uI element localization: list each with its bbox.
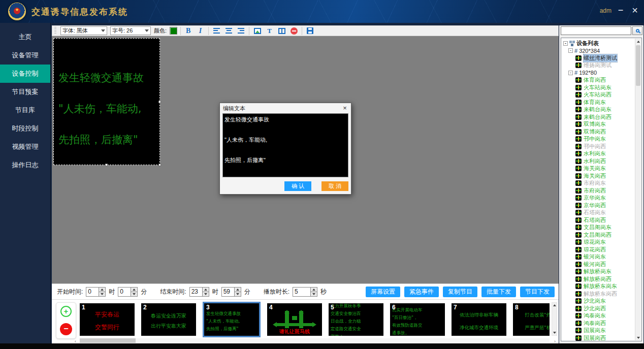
scroll-up-icon[interactable] — [635, 39, 641, 44]
device-node[interactable]: 文昌阁岗西 — [563, 231, 641, 239]
font-family-select[interactable]: 字体: 黑体 — [60, 26, 107, 35]
start-hour-stepper[interactable]: 0 — [86, 287, 106, 297]
device-node[interactable]: 沙北岗东 — [563, 298, 641, 305]
device-node[interactable]: 海关岗西 — [563, 172, 641, 180]
program-thumbnail-1[interactable]: 1平安春运交警同行 — [80, 303, 135, 336]
device-node[interactable]: 维扬岗测试 — [563, 62, 641, 70]
tree-root[interactable]: -设备列表 — [563, 40, 641, 47]
sidebar-item-3[interactable]: 设备控制 — [0, 65, 50, 83]
device-node[interactable]: 水利岗西 — [563, 157, 641, 165]
collapse-icon[interactable]: - — [568, 71, 573, 75]
cancel-button[interactable]: 取 消 — [321, 181, 348, 191]
stepper-arrows[interactable] — [310, 288, 317, 296]
device-node[interactable]: 水利岗东 — [563, 150, 641, 158]
stepper-arrows[interactable] — [202, 288, 209, 296]
logged-in-user[interactable]: adm — [600, 7, 611, 14]
scroll-down-icon[interactable] — [635, 335, 641, 340]
collapse-icon[interactable]: - — [568, 48, 573, 53]
device-node[interactable]: 解放桥东岗东 — [563, 283, 641, 291]
action-button-3[interactable]: 复制节目 — [443, 287, 477, 297]
device-node[interactable]: 银河岗西 — [563, 261, 641, 268]
sidebar-item-8[interactable]: 操作日志 — [0, 156, 50, 174]
device-node[interactable]: 体育岗东 — [563, 99, 641, 106]
device-node[interactable]: 石塔岗东 — [563, 209, 641, 217]
collapse-icon[interactable]: - — [563, 41, 568, 46]
dialog-close-icon[interactable]: × — [341, 104, 349, 112]
confirm-button[interactable]: 确 认 — [284, 181, 311, 191]
stop-icon[interactable] — [289, 26, 298, 35]
device-node[interactable]: 火车站岗东 — [563, 84, 641, 91]
program-thumbnail-8[interactable]: 8打击改装"炸街严查严惩"机动 — [513, 303, 550, 336]
device-node[interactable]: 琼花岗西 — [563, 246, 641, 253]
align-left-icon[interactable] — [212, 26, 221, 35]
add-program-button[interactable]: + — [60, 306, 72, 317]
device-node[interactable]: 鸿泰岗西 — [563, 320, 641, 327]
program-thumbnail-6[interactable]: 6扎实开展电动车"百日整治"，有效预防道路交通事故。 — [390, 303, 445, 336]
program-thumbnail-7[interactable]: 7依法治理非标车辆净化城市交通环境 — [452, 303, 506, 336]
device-node[interactable]: 解放桥东岗西 — [563, 290, 641, 298]
led-preview[interactable]: 发生轻微交通事故"人未伤，车能动,先拍照，后撤离" — [53, 38, 160, 165]
device-node[interactable]: 沙北岗西 — [563, 305, 641, 312]
device-node[interactable]: 银河岗东 — [563, 253, 641, 261]
device-node[interactable]: 国展岗东 — [563, 327, 641, 335]
design-canvas[interactable]: 发生轻微交通事故"人未伤，车能动,先拍照，后撤离" 编辑文本 × 发生轻微交通事… — [52, 36, 559, 283]
device-search-input[interactable] — [561, 26, 631, 35]
device-node[interactable]: 鸿泰岗东 — [563, 312, 641, 320]
sidebar-item-1[interactable]: 主页 — [0, 28, 50, 46]
end-minute-value[interactable]: 59 — [222, 288, 234, 296]
font-size-select[interactable]: 字号: 26 — [110, 26, 151, 35]
save-icon[interactable] — [306, 26, 314, 35]
device-node[interactable]: 双博岗东 — [563, 121, 641, 129]
minimize-icon[interactable]: − — [615, 4, 627, 16]
resize-handle[interactable] — [158, 164, 161, 166]
stepper-arrows[interactable] — [99, 288, 105, 296]
device-node[interactable]: 石塔岗西 — [563, 216, 641, 224]
start-minute-value[interactable]: 0 — [118, 288, 131, 296]
device-node[interactable]: 琼花岗东 — [563, 239, 641, 246]
start-minute-stepper[interactable]: 0 — [118, 287, 138, 297]
end-minute-stepper[interactable]: 59 — [221, 287, 241, 297]
sidebar-item-6[interactable]: 时段控制 — [0, 119, 50, 138]
action-button-4[interactable]: 批量下发 — [481, 287, 516, 297]
color-swatch[interactable] — [170, 27, 177, 35]
program-thumbnail-3[interactable]: 3发生轻微交通事故"人未伤，车能动,先拍照，后撤离" — [203, 302, 261, 337]
device-node[interactable]: 海关岗东 — [563, 165, 641, 173]
sidebar-item-5[interactable]: 节目库 — [0, 101, 50, 119]
device-node[interactable]: 邗中岗东 — [563, 136, 641, 143]
duration-value[interactable]: 5 — [293, 288, 310, 296]
playlist-vertical-scrollbar[interactable] — [552, 302, 557, 336]
italic-icon[interactable]: I — [196, 26, 205, 35]
action-button-2[interactable]: 紧急事件 — [404, 287, 439, 297]
align-right-icon[interactable] — [237, 26, 245, 35]
stepper-arrows[interactable] — [234, 288, 241, 296]
stepper-arrows[interactable] — [131, 288, 137, 296]
action-button-5[interactable]: 节目下发 — [520, 287, 555, 297]
end-hour-value[interactable]: 23 — [190, 288, 202, 296]
scrollbar-thumb[interactable] — [636, 45, 640, 86]
program-thumbnail-4[interactable]: 4请礼让斑马线 — [267, 303, 322, 336]
device-node[interactable]: 双博岗西 — [563, 128, 641, 136]
device-node[interactable]: 火车站岗西 — [563, 91, 641, 99]
scroll-up-icon[interactable] — [552, 303, 557, 308]
columns-icon[interactable] — [277, 26, 286, 35]
device-node[interactable]: 来鹤台岗西 — [563, 113, 641, 121]
playlist-horizontal-scrollbar[interactable] — [80, 338, 550, 343]
align-center-icon[interactable] — [224, 26, 233, 35]
sidebar-item-2[interactable]: 设备管理 — [0, 46, 50, 65]
device-node[interactable]: 国展岗西 — [563, 334, 641, 341]
device-node[interactable]: 来鹤台岗东 — [563, 106, 641, 114]
device-node[interactable]: 京华岗东 — [563, 195, 641, 202]
device-node[interactable]: 体育岗西 — [563, 77, 641, 84]
start-hour-value[interactable]: 0 — [86, 288, 99, 296]
device-node[interactable]: 市府岗西 — [563, 187, 641, 195]
duration-stepper[interactable]: 5 — [293, 287, 317, 297]
text-tool-icon[interactable]: T — [265, 26, 274, 35]
action-button-1[interactable]: 屏幕设置 — [366, 287, 400, 297]
resize-handle[interactable] — [158, 101, 161, 103]
insert-image-icon[interactable] — [253, 26, 262, 35]
close-icon[interactable]: × — [629, 4, 641, 16]
sidebar-item-4[interactable]: 节目预案 — [0, 83, 50, 101]
device-node[interactable]: 解放桥岗西 — [563, 275, 641, 283]
program-thumbnail-5[interactable]: 5大力开展秋冬季交通安全整治百日会战，全力稳定道路交通安全形势！ — [329, 303, 383, 336]
device-node[interactable]: 市府岗东 — [563, 180, 641, 187]
